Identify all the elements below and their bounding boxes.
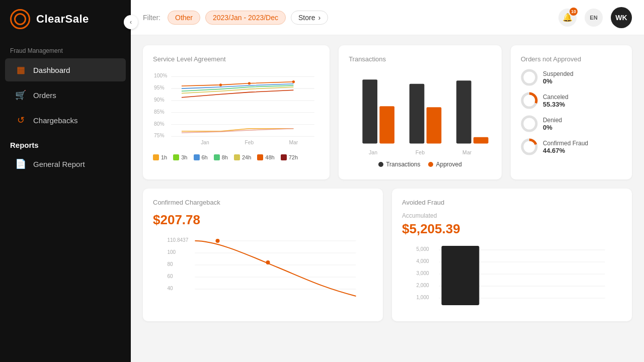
order-item-confirmed-fraud: Confirmed Fraud 44.67% (521, 138, 622, 155)
filter-row: Filter: Other 2023/Jan - 2023/Dec Store … (143, 11, 328, 25)
legend-72h-dot (281, 154, 287, 160)
legend-3h: 3h (173, 154, 187, 160)
sidebar-item-general-report-label: General Report (33, 160, 85, 168)
svg-text:5,000: 5,000 (417, 246, 429, 252)
canceled-value: 55.33% (543, 101, 569, 108)
svg-text:2,000: 2,000 (417, 283, 429, 288)
main-content: Filter: Other 2023/Jan - 2023/Dec Store … (131, 0, 644, 362)
svg-point-43 (216, 239, 220, 243)
notification-badge: 10 (570, 8, 578, 16)
sidebar: ClearSale ‹ Fraud Management ▦ Dashboard… (0, 0, 131, 362)
general-report-icon: 📄 (15, 158, 26, 169)
svg-text:95%: 95% (154, 85, 165, 90)
confirmed-fraud-value: 44.67% (543, 147, 588, 154)
sidebar-item-dashboard-label: Dashboard (33, 66, 70, 74)
filter-date-chip[interactable]: 2023/Jan - 2023/Dec (205, 11, 286, 25)
confirmed-fraud-donut (521, 138, 538, 155)
svg-rect-55 (442, 246, 479, 305)
transactions-legend: Transactions Approved (349, 161, 492, 168)
svg-rect-23 (410, 84, 425, 144)
svg-text:80%: 80% (154, 121, 165, 127)
svg-text:75%: 75% (154, 133, 165, 138)
legend-1h-label: 1h (161, 154, 167, 160)
denied-info: Denied 0% (543, 117, 562, 131)
denied-donut (521, 115, 538, 132)
denied-value: 0% (543, 124, 562, 131)
orders-list: Suspended 0% Canceled 55.33% (521, 69, 622, 155)
legend-3h-label: 3h (181, 154, 187, 160)
transactions-chart: Jan Feb Mar (349, 69, 492, 169)
logo-icon (10, 9, 30, 29)
sla-legend: 1h 3h 6h 8h (153, 154, 319, 160)
suspended-info: Suspended 0% (543, 70, 574, 85)
legend-transactions-dot (378, 162, 383, 167)
sla-card: Service Level Agreement 100% 95% 90% 85%… (143, 45, 330, 179)
transactions-card: Transactions Jan Feb Mar (339, 45, 502, 179)
svg-text:80: 80 (168, 261, 174, 267)
legend-72h: 72h (281, 154, 298, 160)
legend-approved-label: Approved (436, 161, 461, 168)
legend-1h-dot (153, 154, 159, 160)
legend-8h: 8h (214, 154, 228, 160)
filter-label: Filter: (143, 14, 160, 22)
svg-text:100%: 100% (154, 73, 167, 78)
confirmed-fraud-label: Confirmed Fraud (543, 140, 588, 147)
svg-text:110.8437: 110.8437 (168, 237, 189, 243)
top-cards-row: Service Level Agreement 100% 95% 90% 85%… (143, 45, 632, 179)
svg-point-16 (248, 82, 251, 84)
legend-6h-dot (194, 154, 200, 160)
canceled-donut (521, 92, 538, 109)
orders-icon: 🛒 (15, 89, 26, 101)
denied-label: Denied (543, 117, 562, 124)
accumulated-label: Accumulated (402, 212, 622, 219)
svg-text:40: 40 (168, 286, 174, 291)
legend-6h-label: 6h (202, 154, 208, 160)
sidebar-item-chargebacks[interactable]: ↺ Chargebacks (5, 109, 126, 132)
topbar-right: 🔔 10 EN WK (558, 7, 632, 28)
sidebar-logo: ClearSale (0, 0, 131, 38)
sidebar-item-dashboard[interactable]: ▦ Dashboard (5, 58, 126, 81)
svg-text:1,000: 1,000 (417, 295, 429, 300)
svg-text:85%: 85% (154, 109, 165, 115)
svg-text:60: 60 (168, 274, 174, 279)
svg-text:90%: 90% (154, 97, 165, 103)
svg-point-15 (219, 83, 222, 86)
notifications-button[interactable]: 🔔 10 (558, 9, 577, 27)
sidebar-toggle[interactable]: ‹ (124, 15, 138, 29)
svg-rect-22 (379, 106, 394, 143)
legend-8h-dot (214, 154, 220, 160)
svg-text:Mar: Mar (462, 149, 472, 155)
sidebar-item-chargebacks-label: Chargebacks (33, 116, 77, 125)
svg-point-30 (522, 117, 536, 131)
legend-approved: Approved (428, 161, 461, 168)
svg-point-44 (266, 260, 270, 264)
dashboard-icon: ▦ (15, 64, 26, 75)
chargeback-svg: 110.8437 100 80 60 40 (153, 235, 373, 300)
svg-text:Feb: Feb (245, 140, 254, 145)
svg-text:4,000: 4,000 (417, 258, 429, 264)
chargeback-chart: 110.8437 100 80 60 40 (153, 235, 373, 302)
bottom-cards-row: Confirmed Chargeback $207.78 110.8437 10… (143, 189, 632, 321)
filter-store-chip[interactable]: Store › (291, 11, 328, 25)
avoided-fraud-title: Avoided Fraud (402, 199, 622, 206)
canceled-info: Canceled 55.33% (543, 94, 569, 108)
transactions-svg: Jan Feb Mar (349, 69, 492, 157)
sidebar-item-orders[interactable]: 🛒 Orders (5, 83, 126, 107)
sidebar-item-general-report[interactable]: 📄 General Report (5, 152, 126, 175)
avoided-fraud-card: Avoided Fraud Accumulated $5,205.39 5,00… (392, 189, 632, 321)
legend-3h-dot (173, 154, 179, 160)
language-button[interactable]: EN (585, 9, 603, 27)
transactions-title: Transactions (349, 55, 492, 63)
legend-48h-label: 48h (265, 154, 274, 160)
legend-48h: 48h (257, 154, 274, 160)
suspended-value: 0% (543, 77, 574, 85)
svg-text:100: 100 (168, 249, 176, 255)
svg-rect-24 (427, 107, 442, 143)
svg-point-17 (292, 80, 295, 83)
filter-type-chip[interactable]: Other (168, 11, 200, 25)
logo-text: ClearSale (36, 13, 89, 26)
legend-24h-dot (234, 154, 240, 160)
svg-text:Jan: Jan (369, 149, 377, 155)
avatar[interactable]: WK (611, 7, 632, 28)
confirmed-fraud-info: Confirmed Fraud 44.67% (543, 140, 588, 154)
